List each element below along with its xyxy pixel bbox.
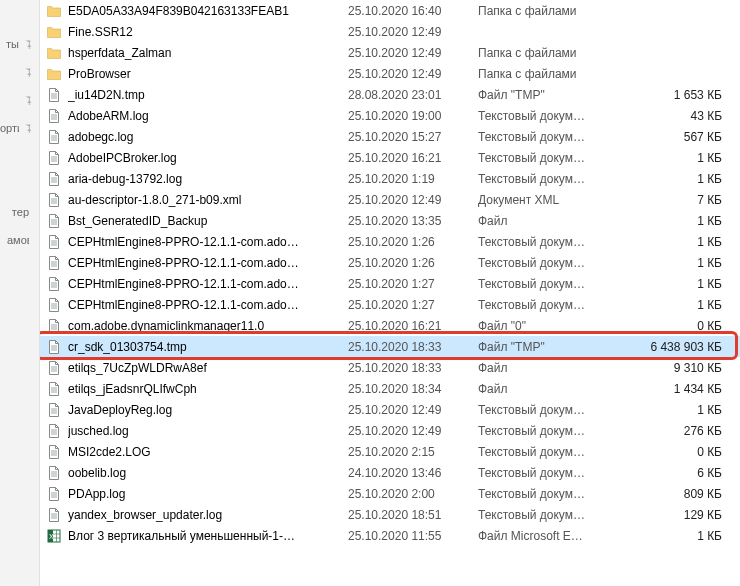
file-row[interactable]: CEPHtmlEngine8-PPRO-12.1.1-com.ado…25.10… [40,273,740,294]
file-row[interactable]: oobelib.log24.10.2020 13:46Текстовый док… [40,462,740,483]
file-type: Текстовый докум… [478,487,628,501]
pin-icon [23,123,33,133]
file-row[interactable]: cr_sdk_01303754.tmp25.10.2020 18:33Файл … [40,336,740,357]
sidebar-item-6[interactable] [0,170,39,198]
file-size: 1 КБ [628,529,740,543]
file-icon [46,318,62,334]
file-name: Bst_GeneratedID_Backup [68,214,348,228]
sidebar-item-8[interactable]: амовС. [0,226,39,254]
folder-icon [46,66,62,82]
file-type: Текстовый докум… [478,130,628,144]
file-row[interactable]: XВлог 3 вертикальный уменьшенный-1-…25.1… [40,525,740,546]
sidebar-item-4[interactable]: орти [0,114,39,142]
file-date: 25.10.2020 12:49 [348,67,478,81]
file-date: 25.10.2020 12:49 [348,193,478,207]
file-size: 1 КБ [628,256,740,270]
file-date: 25.10.2020 11:55 [348,529,478,543]
file-row[interactable]: Bst_GeneratedID_Backup25.10.2020 13:35Фа… [40,210,740,231]
file-row[interactable]: ProBrowser25.10.2020 12:49Папка с файлам… [40,63,740,84]
file-size: 1 КБ [628,151,740,165]
file-icon [46,87,62,103]
file-icon [46,234,62,250]
sidebar-item-7[interactable]: тер [0,198,39,226]
file-row[interactable]: _iu14D2N.tmp28.08.2020 23:01Файл "TMP"1 … [40,84,740,105]
file-name: etilqs_jEadsnrQLIfwCph [68,382,348,396]
file-date: 25.10.2020 12:49 [348,424,478,438]
pin-icon [23,67,33,77]
file-name: E5DA05A33A94F839B042163133FEAB1 [68,4,348,18]
file-name: hsperfdata_Zalman [68,46,348,60]
file-row[interactable]: etilqs_7UcZpWLDRwA8ef25.10.2020 18:33Фай… [40,357,740,378]
sidebar-item-0[interactable] [0,2,39,30]
file-size: 1 КБ [628,214,740,228]
sidebar-item-1[interactable]: ты [0,30,39,58]
file-row[interactable]: PDApp.log25.10.2020 2:00Текстовый докум…… [40,483,740,504]
file-row[interactable]: com.adobe.dynamiclinkmanager11.025.10.20… [40,315,740,336]
file-date: 25.10.2020 12:49 [348,46,478,60]
folder-icon [46,45,62,61]
folder-icon [46,3,62,19]
file-name: oobelib.log [68,466,348,480]
sidebar-item-3[interactable] [0,86,39,114]
file-date: 25.10.2020 16:21 [348,319,478,333]
file-date: 25.10.2020 18:33 [348,361,478,375]
file-row[interactable]: CEPHtmlEngine8-PPRO-12.1.1-com.ado…25.10… [40,252,740,273]
file-type: Текстовый докум… [478,445,628,459]
file-type: Папка с файлами [478,46,628,60]
sidebar-item-5[interactable] [0,142,39,170]
file-size: 6 438 903 КБ [628,340,740,354]
file-name: PDApp.log [68,487,348,501]
file-type: Текстовый докум… [478,172,628,186]
file-type: Текстовый докум… [478,508,628,522]
file-name: yandex_browser_updater.log [68,508,348,522]
file-size: 7 КБ [628,193,740,207]
file-row[interactable]: JavaDeployReg.log25.10.2020 12:49Текстов… [40,399,740,420]
file-date: 25.10.2020 16:21 [348,151,478,165]
sidebar-item-2[interactable] [0,58,39,86]
file-row[interactable]: etilqs_jEadsnrQLIfwCph25.10.2020 18:34Фа… [40,378,740,399]
file-size: 0 КБ [628,319,740,333]
file-type: Текстовый докум… [478,235,628,249]
file-row[interactable]: jusched.log25.10.2020 12:49Текстовый док… [40,420,740,441]
file-name: ProBrowser [68,67,348,81]
file-row[interactable]: CEPHtmlEngine8-PPRO-12.1.1-com.ado…25.10… [40,231,740,252]
file-icon [46,360,62,376]
file-row[interactable]: Fine.SSR1225.10.2020 12:49 [40,21,740,42]
file-type: Текстовый докум… [478,424,628,438]
file-type: Файл "TMP" [478,88,628,102]
file-name: CEPHtmlEngine8-PPRO-12.1.1-com.ado… [68,298,348,312]
file-name: au-descriptor-1.8.0_271-b09.xml [68,193,348,207]
sidebar-label: ты [6,38,19,50]
file-name: _iu14D2N.tmp [68,88,348,102]
file-icon [46,507,62,523]
file-row[interactable]: AdobeARM.log25.10.2020 19:00Текстовый до… [40,105,740,126]
file-icon [46,150,62,166]
file-date: 28.08.2020 23:01 [348,88,478,102]
file-row[interactable]: CEPHtmlEngine8-PPRO-12.1.1-com.ado…25.10… [40,294,740,315]
file-type: Текстовый докум… [478,109,628,123]
file-name: CEPHtmlEngine8-PPRO-12.1.1-com.ado… [68,235,348,249]
file-type: Текстовый докум… [478,277,628,291]
file-row[interactable]: MSI2cde2.LOG25.10.2020 2:15Текстовый док… [40,441,740,462]
file-row[interactable]: hsperfdata_Zalman25.10.2020 12:49Папка с… [40,42,740,63]
file-row[interactable]: E5DA05A33A94F839B042163133FEAB125.10.202… [40,0,740,21]
file-row[interactable]: yandex_browser_updater.log25.10.2020 18:… [40,504,740,525]
file-type: Файл [478,214,628,228]
file-size: 1 КБ [628,277,740,291]
file-icon [46,381,62,397]
file-name: MSI2cde2.LOG [68,445,348,459]
file-type: Текстовый докум… [478,298,628,312]
file-icon [46,108,62,124]
file-row[interactable]: aria-debug-13792.log25.10.2020 1:19Текст… [40,168,740,189]
file-type: Файл [478,361,628,375]
file-size: 1 КБ [628,235,740,249]
file-row[interactable]: adobegc.log25.10.2020 15:27Текстовый док… [40,126,740,147]
file-size: 43 КБ [628,109,740,123]
file-row[interactable]: au-descriptor-1.8.0_271-b09.xml25.10.202… [40,189,740,210]
file-icon [46,192,62,208]
file-row[interactable]: AdobeIPCBroker.log25.10.2020 16:21Тексто… [40,147,740,168]
file-list[interactable]: E5DA05A33A94F839B042163133FEAB125.10.202… [40,0,740,586]
file-size: 129 КБ [628,508,740,522]
file-date: 24.10.2020 13:46 [348,466,478,480]
file-type: Папка с файлами [478,67,628,81]
